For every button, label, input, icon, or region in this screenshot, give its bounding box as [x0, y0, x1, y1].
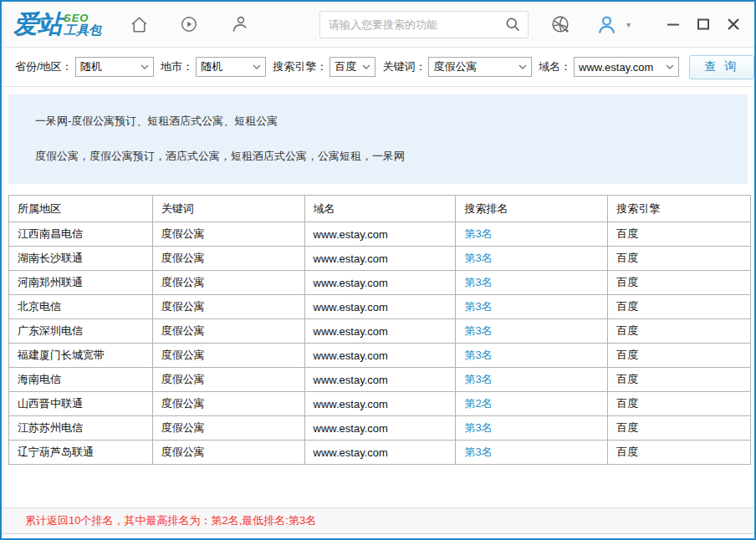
engine-select[interactable]: 百度 [329, 57, 375, 77]
header-row: 所属地区 关键词 域名 搜索排名 搜索引擎 [9, 196, 751, 222]
province-select[interactable]: 随机 [75, 57, 154, 77]
rank-link[interactable]: 第3名 [464, 227, 492, 240]
home-button[interactable] [128, 13, 150, 35]
app-window: 爱站 SEO 工具包 [0, 0, 756, 540]
function-search [319, 11, 529, 38]
city-label: 地市： [161, 59, 193, 74]
cell-keyword: 度假公寓 [152, 271, 304, 295]
table-row: 辽宁葫芦岛联通 度假公寓 www.estay.com 第3名 百度 [9, 441, 751, 465]
cell-keyword: 度假公寓 [152, 247, 304, 271]
table-row: 福建厦门长城宽带 度假公寓 www.estay.com 第3名 百度 [9, 344, 751, 368]
results-body: 江西南昌电信 度假公寓 www.estay.com 第3名 百度 湖南长沙联通 … [9, 222, 751, 465]
titlebar-right: ▾ [550, 13, 743, 36]
site-info-box: 一呆网-度假公寓预订、短租酒店式公寓、短租公寓 度假公寓，度假公寓预订，酒店式公… [8, 94, 748, 184]
cell-region: 广东深圳电信 [9, 319, 153, 344]
query-filter-bar: 省份/地区： 随机 地市： 随机 搜索引擎： 百度 关键词： 度假公寓 域名： … [2, 48, 754, 87]
logo-stack: SEO 工具包 [64, 13, 101, 36]
title-bar: 爱站 SEO 工具包 [2, 2, 754, 48]
cell-domain: www.estay.com [304, 441, 456, 465]
ranking-summary: 累计返回10个排名，其中最高排名为：第2名,最低排名:第3名 [25, 513, 316, 528]
city-value: 随机 [201, 59, 222, 74]
province-label: 省份/地区： [15, 59, 73, 74]
cell-region: 北京电信 [9, 295, 153, 319]
rank-link[interactable]: 第3名 [464, 349, 492, 361]
maximize-button[interactable] [694, 15, 713, 33]
window-controls [664, 15, 743, 33]
status-bar: 累计返回10个排名，其中最高排名为：第2名,最低排名:第3名 [2, 507, 754, 534]
cell-domain: www.estay.com [304, 271, 456, 295]
cell-engine: 百度 [608, 392, 751, 416]
domain-select[interactable]: www.estay.com [574, 57, 679, 77]
cell-domain: www.estay.com [304, 392, 456, 416]
cell-engine: 百度 [608, 368, 751, 392]
cell-region: 江西南昌电信 [9, 222, 153, 247]
rank-link[interactable]: 第3名 [464, 252, 492, 264]
chevron-down-icon [140, 64, 149, 69]
minimize-icon [666, 17, 681, 32]
table-row: 江西南昌电信 度假公寓 www.estay.com 第3名 百度 [9, 222, 751, 247]
rank-link[interactable]: 第3名 [464, 446, 492, 458]
cell-domain: www.estay.com [304, 368, 456, 392]
cell-domain: www.estay.com [304, 222, 456, 247]
chevron-down-icon [666, 64, 674, 69]
rank-link[interactable]: 第2名 [464, 397, 492, 410]
ranking-table: 所属地区 关键词 域名 搜索排名 搜索引擎 江西南昌电信 度假公寓 www.es… [8, 195, 751, 465]
table-row: 江苏苏州电信 度假公寓 www.estay.com 第3名 百度 [9, 416, 751, 441]
city-select[interactable]: 随机 [196, 57, 266, 77]
app-logo[interactable]: 爱站 SEO 工具包 [13, 8, 101, 42]
cell-region: 湖南长沙联通 [9, 247, 153, 271]
header-rank: 搜索排名 [456, 196, 608, 222]
table-row: 广东深圳电信 度假公寓 www.estay.com 第3名 百度 [9, 319, 751, 344]
keyword-select[interactable]: 度假公寓 [428, 57, 532, 77]
logo-text-suffix: 工具包 [64, 23, 101, 36]
query-button[interactable]: 查 询 [689, 55, 754, 79]
cell-engine: 百度 [608, 295, 751, 319]
cell-region: 河南郑州联通 [9, 271, 153, 295]
cell-keyword: 度假公寓 [152, 441, 304, 465]
cell-keyword: 度假公寓 [152, 319, 304, 344]
engine-label: 搜索引擎： [273, 59, 327, 74]
nav-icons [128, 13, 250, 35]
province-value: 随机 [80, 59, 102, 74]
cell-domain: www.estay.com [304, 416, 456, 441]
cell-region: 辽宁葫芦岛联通 [9, 441, 153, 465]
cell-region: 海南电信 [9, 368, 153, 392]
site-keywords: 度假公寓，度假公寓预订，酒店式公寓，短租酒店式公寓，公寓短租，一呆网 [35, 149, 739, 164]
rank-link[interactable]: 第3名 [464, 373, 492, 385]
rank-link[interactable]: 第3名 [464, 300, 492, 313]
cell-engine: 百度 [608, 441, 751, 465]
rank-link[interactable]: 第3名 [464, 421, 492, 434]
cell-keyword: 度假公寓 [152, 222, 304, 247]
rank-link[interactable]: 第3名 [464, 324, 492, 337]
account-menu[interactable]: ▾ [595, 13, 631, 36]
search-input[interactable] [329, 18, 504, 31]
cell-engine: 百度 [608, 319, 751, 344]
search-icon[interactable] [504, 16, 521, 33]
cell-engine: 百度 [608, 222, 751, 247]
run-button[interactable] [178, 13, 200, 35]
minimize-button[interactable] [664, 15, 682, 33]
contacts-button[interactable] [228, 13, 250, 35]
play-circle-icon [180, 15, 198, 33]
cell-engine: 百度 [608, 344, 751, 368]
keyword-value: 度假公寓 [433, 59, 477, 74]
close-icon [726, 17, 741, 32]
cell-keyword: 度假公寓 [152, 392, 304, 416]
chevron-down-icon [362, 64, 370, 69]
cell-keyword: 度假公寓 [152, 344, 304, 368]
globe-tools-icon [550, 14, 571, 35]
cell-keyword: 度假公寓 [152, 416, 304, 441]
chevron-down-icon: ▾ [626, 20, 631, 29]
rank-link[interactable]: 第3名 [464, 276, 492, 288]
cell-region: 江苏苏州电信 [9, 416, 153, 441]
home-icon [130, 15, 149, 34]
close-button[interactable] [724, 15, 743, 33]
header-keyword: 关键词 [152, 196, 304, 222]
user-account-icon [595, 13, 618, 36]
chevron-down-icon [518, 64, 527, 69]
cell-engine: 百度 [608, 247, 751, 271]
network-tools-button[interactable] [550, 13, 572, 35]
table-row: 北京电信 度假公寓 www.estay.com 第3名 百度 [9, 295, 751, 319]
chevron-down-icon [253, 64, 261, 69]
cell-engine: 百度 [608, 416, 751, 441]
